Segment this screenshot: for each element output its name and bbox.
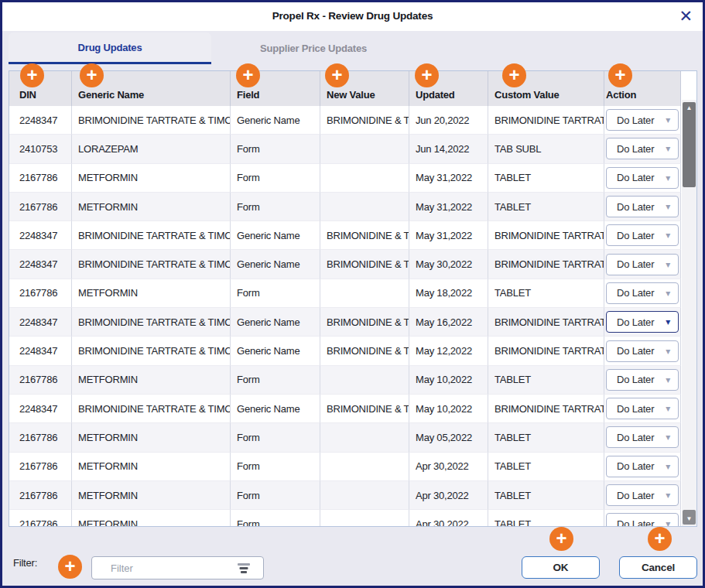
cell-updated: Apr 30,2022: [409, 510, 488, 526]
action-select[interactable]: Do Later ▾: [606, 138, 679, 159]
action-select[interactable]: Do Later ▾: [606, 369, 679, 391]
action-select[interactable]: Do Later ▾: [606, 484, 679, 506]
action-select[interactable]: Do Later ▾: [606, 311, 679, 333]
cell-updated: May 10,2022: [409, 395, 488, 423]
cell-field: Form: [231, 423, 320, 452]
cell-din: 2248347: [9, 221, 72, 250]
table-row[interactable]: 2248347 BRIMONIDINE TARTRATE & TIMOL( Ge…: [9, 250, 681, 279]
cell-field: Form: [231, 510, 320, 526]
action-select[interactable]: Do Later ▾: [606, 167, 679, 189]
plus-badge-field[interactable]: +: [236, 63, 260, 87]
chevron-down-icon: ▾: [666, 432, 670, 443]
action-select[interactable]: Do Later ▾: [606, 398, 679, 419]
cell-din: 2248347: [9, 250, 72, 279]
chevron-down-icon: ▾: [666, 259, 670, 270]
plus-badge-updated[interactable]: +: [415, 63, 439, 87]
cell-custom-value: BRIMONIDINE TARTRAT: [488, 308, 604, 337]
plus-icon: +: [331, 66, 342, 84]
table-row[interactable]: 2248347 BRIMONIDINE TARTRATE & TIMOL( Ge…: [9, 221, 681, 250]
cell-generic-name: METFORMIN: [72, 279, 231, 308]
chevron-down-icon: ▾: [666, 490, 670, 501]
action-select[interactable]: Do Later ▾: [606, 254, 679, 275]
cell-custom-value: BRIMONIDINE TARTRAT: [488, 337, 604, 365]
cell-action: Do Later ▾: [604, 135, 681, 163]
plus-badge-custom-value[interactable]: +: [502, 63, 526, 87]
tab-supplier-price-updates[interactable]: Supplier Price Updates: [213, 32, 414, 64]
table-row[interactable]: 2248347 BRIMONIDINE TARTRATE & TIMOL( Ge…: [9, 308, 681, 337]
tab-drug-updates[interactable]: Drug Updates: [9, 32, 211, 64]
action-select[interactable]: Do Later ▾: [606, 282, 679, 304]
table-row[interactable]: 2167786 METFORMIN Form May 05,2022 TABLE…: [9, 423, 681, 452]
cell-new-value: BRIMONIDINE & TI: [320, 395, 409, 423]
cell-action: Do Later ▾: [604, 481, 681, 510]
cell-action: Do Later ▾: [604, 337, 681, 365]
plus-badge-din[interactable]: +: [20, 63, 44, 87]
table-row[interactable]: 2248347 BRIMONIDINE TARTRATE & TIMOL( Ge…: [9, 395, 681, 423]
cell-new-value: [320, 279, 409, 308]
chevron-down-icon: ▾: [666, 115, 670, 125]
cancel-button[interactable]: Cancel: [619, 556, 697, 579]
table-row[interactable]: 2167786 METFORMIN Form Apr 30,2022 TABLE…: [9, 481, 681, 510]
table-row[interactable]: 2167786 METFORMIN Form Apr 30,2022 TABLE…: [9, 453, 681, 481]
plus-badge-action[interactable]: +: [608, 63, 632, 87]
scrollbar-thumb[interactable]: ▲: [683, 102, 696, 187]
chevron-down-icon: ▾: [666, 230, 670, 241]
table-row[interactable]: 2167786 METFORMIN Form May 31,2022 TABLE…: [9, 164, 681, 193]
cell-din: 2167786: [9, 453, 72, 481]
action-select[interactable]: Do Later ▾: [606, 340, 679, 362]
cell-custom-value: TABLET: [488, 164, 604, 193]
scroll-up-icon[interactable]: ▲: [683, 104, 696, 111]
plus-icon: +: [64, 557, 75, 576]
cell-field: Form: [231, 193, 320, 221]
plus-badge-generic-name[interactable]: +: [80, 63, 104, 87]
cell-updated: May 05,2022: [409, 423, 488, 452]
cell-din: 2167786: [9, 481, 72, 510]
action-select[interactable]: Do Later ▾: [606, 456, 679, 477]
tab-supplier-price-updates-label: Supplier Price Updates: [260, 43, 367, 54]
cell-updated: Jun 20,2022: [409, 106, 488, 135]
cell-din: 2248347: [9, 337, 72, 365]
plus-badge-filter[interactable]: +: [58, 555, 82, 579]
tab-drug-updates-label: Drug Updates: [78, 42, 142, 53]
cell-custom-value: BRIMONIDINE TARTRAT: [488, 106, 604, 135]
table-row[interactable]: 2167786 METFORMIN Form May 10,2022 TABLE…: [9, 366, 681, 395]
filter-lines-icon[interactable]: [237, 562, 251, 573]
action-select-value: Do Later: [617, 258, 654, 270]
cell-field: Form: [231, 481, 320, 510]
vertical-scrollbar[interactable]: ▲ ▼: [682, 71, 696, 526]
action-select[interactable]: Do Later ▾: [606, 224, 679, 246]
cell-field: Generic Name: [231, 250, 320, 279]
cell-generic-name: METFORMIN: [72, 366, 231, 395]
cell-field: Generic Name: [231, 221, 320, 250]
plus-icon: +: [508, 66, 519, 84]
close-icon[interactable]: ✕: [679, 6, 693, 26]
plus-badge-cancel[interactable]: +: [648, 527, 672, 551]
ok-button[interactable]: OK: [522, 556, 600, 579]
scroll-down-button[interactable]: ▼: [683, 510, 696, 525]
cell-action: Do Later ▾: [604, 308, 681, 337]
scrollbar-header-gap: [682, 71, 696, 100]
chevron-down-icon: ▾: [666, 173, 670, 183]
cell-action: Do Later ▾: [604, 423, 681, 452]
table-row[interactable]: 2248347 BRIMONIDINE TARTRATE & TIMOL( Ge…: [9, 337, 681, 365]
plus-badge-new-value[interactable]: +: [325, 63, 349, 87]
table-row[interactable]: 2167786 METFORMIN Form Apr 30,2022 TABLE…: [9, 510, 681, 526]
cell-new-value: BRIMONIDINE & TI: [320, 308, 409, 337]
action-select[interactable]: Do Later ▾: [606, 426, 679, 448]
action-select[interactable]: Do Later ▾: [606, 513, 679, 526]
table-row[interactable]: 2167786 METFORMIN Form May 31,2022 TABLE…: [9, 193, 681, 221]
cell-generic-name: METFORMIN: [72, 453, 231, 481]
cell-field: Form: [231, 279, 320, 308]
review-drug-updates-dialog: Propel Rx - Review Drug Updates ✕ Drug U…: [0, 0, 705, 588]
cell-updated: May 30,2022: [409, 250, 488, 279]
table-row[interactable]: 2167786 METFORMIN Form May 18,2022 TABLE…: [9, 279, 681, 308]
action-select[interactable]: Do Later ▾: [606, 109, 679, 131]
table-row[interactable]: 2248347 BRIMONIDINE TARTRATE & TIMOL( Ge…: [9, 106, 681, 135]
action-select-value: Do Later: [617, 518, 654, 526]
action-select-value: Do Later: [617, 115, 654, 126]
table-row[interactable]: 2410753 LORAZEPAM Form Jun 14,2022 TAB S…: [9, 135, 681, 163]
cell-updated: May 31,2022: [409, 164, 488, 193]
plus-badge-ok[interactable]: +: [549, 527, 573, 551]
action-select[interactable]: Do Later ▾: [606, 196, 679, 217]
cell-updated: May 12,2022: [409, 337, 488, 365]
